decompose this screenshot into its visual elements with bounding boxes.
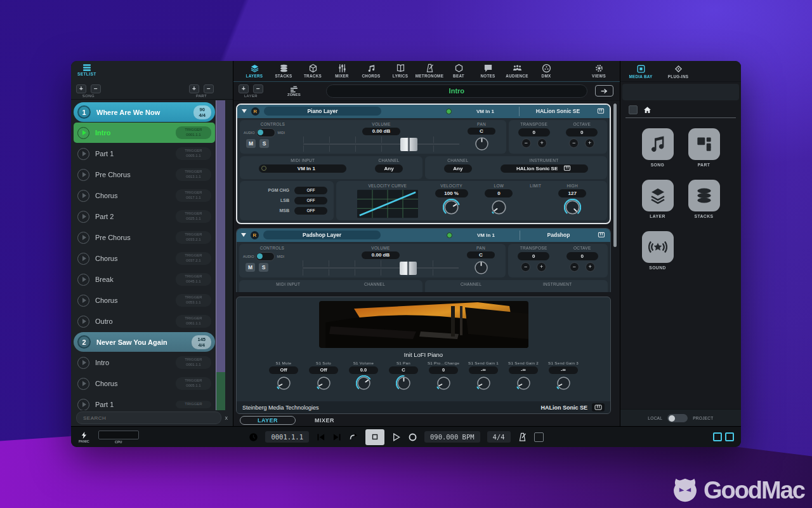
high-value[interactable]: 127 — [558, 189, 586, 197]
midi-channel-select[interactable]: Any — [375, 164, 403, 173]
audio-midi-toggle[interactable] — [256, 128, 275, 137]
tab-dmx[interactable]: DMX — [532, 64, 561, 78]
mute-button[interactable]: M — [246, 263, 255, 272]
part-trigger-badge[interactable]: TRIGGER0005.1.1 — [176, 147, 211, 160]
quick-control-value[interactable]: Off — [269, 366, 298, 374]
media-bay-toolbar[interactable] — [622, 84, 739, 100]
pan-knob[interactable] — [474, 136, 490, 152]
tab-layer[interactable]: LAYER — [240, 416, 296, 425]
pan-value[interactable]: C — [468, 128, 495, 135]
precount-checkbox[interactable] — [534, 432, 544, 442]
quick-control-value[interactable]: 0 — [429, 366, 458, 374]
part-trigger-badge[interactable]: TRIGGER0033.2.1 — [176, 231, 211, 244]
volume-value[interactable]: 0.00 dB — [362, 128, 400, 135]
part-row[interactable]: Part 1 TRIGGER — [74, 394, 215, 410]
quick-control-knob[interactable] — [516, 375, 532, 391]
pan-knob[interactable] — [473, 260, 489, 276]
transpose-minus-button[interactable]: − — [521, 262, 530, 272]
msb-value[interactable]: OFF — [294, 207, 327, 215]
part-trigger-badge[interactable]: TRIGGER0001.1.1 — [176, 126, 211, 139]
tab-audience[interactable]: AUDIENCE — [502, 64, 532, 78]
part-play-button[interactable] — [77, 378, 89, 390]
remove-part-button[interactable]: − — [204, 84, 214, 93]
zones-button[interactable]: ZONES — [287, 86, 301, 97]
low-value[interactable]: 0 — [485, 189, 513, 197]
part-row[interactable]: Part 1 TRIGGER0005.1.1 — [74, 144, 215, 164]
layer-instrument-button[interactable]: Padshop — [525, 232, 592, 238]
tab-views[interactable]: VIEWS — [584, 64, 613, 78]
transpose-plus-button[interactable]: + — [537, 138, 547, 148]
lsb-value[interactable]: OFF — [294, 197, 327, 204]
tab-lyrics[interactable]: LYRICS — [386, 64, 415, 78]
quick-control-knob[interactable] — [356, 375, 372, 391]
record-arm-button[interactable]: R — [251, 107, 259, 116]
quick-control-knob[interactable] — [396, 375, 412, 391]
layer-name[interactable]: Padshop Layer — [263, 231, 381, 239]
octave-value[interactable]: 0 — [566, 128, 598, 137]
part-trigger-badge[interactable]: TRIGGER0001.1.1 — [176, 356, 211, 369]
low-limit-knob[interactable] — [490, 199, 508, 216]
quick-control-knob[interactable] — [476, 375, 492, 391]
part-play-button[interactable] — [77, 399, 89, 411]
velocity-curve-graph[interactable] — [357, 189, 418, 218]
quick-control-value[interactable]: 0.0 — [349, 366, 378, 374]
media-tile-part[interactable]: PART — [688, 128, 720, 167]
layout-left-button[interactable] — [713, 432, 722, 441]
tab-mixer[interactable]: MIXER — [315, 417, 334, 424]
midi-input-select[interactable]: VM In 1 — [259, 164, 346, 173]
layer-midi-port[interactable]: VM In 1 — [457, 232, 514, 238]
tab-beat[interactable]: BEAT — [444, 64, 473, 78]
octave-minus-button[interactable]: − — [569, 138, 579, 148]
collapse-arrow-icon[interactable] — [241, 233, 246, 237]
record-button[interactable] — [408, 432, 417, 442]
transpose-value[interactable]: 0 — [518, 252, 549, 260]
media-tile-sound[interactable]: SOUND — [642, 231, 674, 270]
record-arm-button[interactable]: R — [251, 231, 259, 239]
tab-media-bay[interactable]: MEDIA BAY — [626, 64, 655, 79]
out-channel-select[interactable]: Any — [444, 164, 472, 173]
velocity-value[interactable]: 100 % — [435, 189, 468, 197]
velocity-knob[interactable] — [443, 199, 460, 216]
media-bay-checkbox[interactable] — [629, 105, 638, 114]
part-play-button[interactable] — [77, 274, 89, 286]
metronome-click-button[interactable] — [518, 432, 527, 442]
volume-slider[interactable] — [302, 137, 461, 152]
song-tempo-badge[interactable]: 1454/4 — [192, 335, 211, 349]
part-row[interactable]: Chorus TRIGGER0005.1.1 — [74, 373, 215, 394]
layer-panel-piano[interactable]: R Piano Layer VM In 1 HALion Sonic SE CO… — [236, 104, 611, 224]
song-row[interactable]: 2 Never Saw You Again 1454/4 — [74, 332, 215, 352]
volume-value[interactable]: 0.00 dB — [362, 251, 400, 259]
part-row[interactable]: Pre Chorus TRIGGER0013.1.1 — [74, 164, 215, 185]
tab-notes[interactable]: NOTES — [473, 64, 502, 78]
part-row[interactable]: Part 2 TRIGGER0025.1.1 — [74, 206, 215, 227]
part-play-button[interactable] — [77, 357, 89, 369]
part-trigger-badge[interactable]: TRIGGER0037.2.1 — [176, 252, 211, 265]
tempo-display[interactable]: 090.000 BPM — [424, 431, 480, 443]
add-part-button[interactable]: + — [189, 84, 199, 93]
part-row[interactable]: Chorus TRIGGER0017.1.1 — [74, 185, 215, 206]
transpose-plus-button[interactable]: + — [537, 262, 546, 272]
part-trigger-badge[interactable]: TRIGGER0045.1.1 — [176, 273, 211, 286]
tab-chords[interactable]: CHORDS — [357, 64, 386, 78]
part-play-button[interactable] — [77, 232, 89, 244]
local-project-toggle[interactable] — [667, 414, 688, 422]
part-trigger-badge[interactable]: TRIGGER0017.1.1 — [176, 189, 211, 202]
octave-plus-button[interactable]: + — [585, 138, 594, 148]
part-row[interactable]: Intro TRIGGER0001.1.1 — [74, 123, 215, 143]
tab-metronome[interactable]: METRONOME — [415, 64, 444, 78]
audio-midi-toggle[interactable] — [256, 252, 275, 261]
quick-control-knob[interactable] — [436, 375, 452, 391]
layer-panel-padshop[interactable]: R Padshop Layer VM In 1 Padshop CONTROLS… — [236, 228, 611, 292]
part-trigger-badge[interactable]: TRIGGER0061.1.1 — [176, 315, 211, 328]
play-button[interactable] — [391, 432, 401, 442]
part-play-button[interactable] — [77, 316, 89, 328]
part-row[interactable]: Chorus TRIGGER0037.2.1 — [74, 248, 215, 269]
home-icon[interactable] — [643, 106, 652, 114]
part-play-button[interactable] — [77, 211, 89, 223]
part-trigger-badge[interactable]: TRIGGER0013.1.1 — [176, 168, 211, 181]
part-row[interactable]: Break TRIGGER0045.1.1 — [74, 269, 215, 290]
volume-slider[interactable] — [301, 260, 460, 276]
remove-song-button[interactable]: − — [91, 84, 101, 93]
quick-control-knob[interactable] — [556, 375, 572, 391]
instrument-select[interactable]: HALion Sonic SE — [501, 164, 588, 173]
